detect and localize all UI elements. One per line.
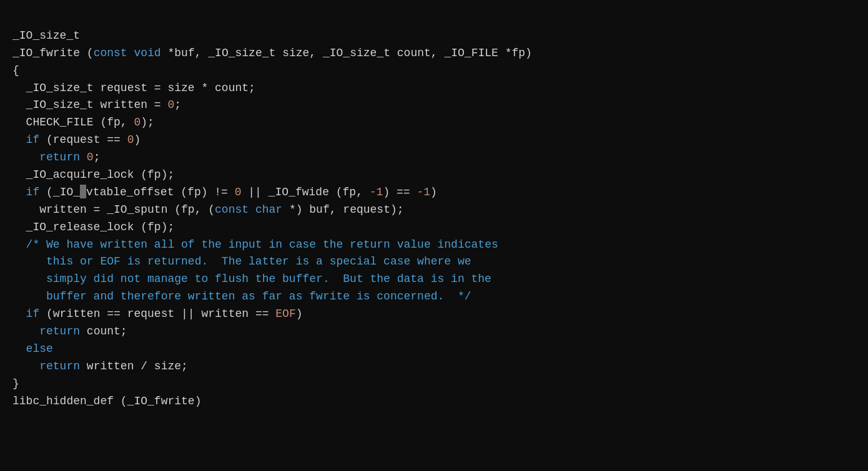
- line-1: _IO_size_t _IO_fwrite (const void *buf, …: [12, 29, 532, 407]
- code-editor: _IO_size_t _IO_fwrite (const void *buf, …: [0, 0, 868, 420]
